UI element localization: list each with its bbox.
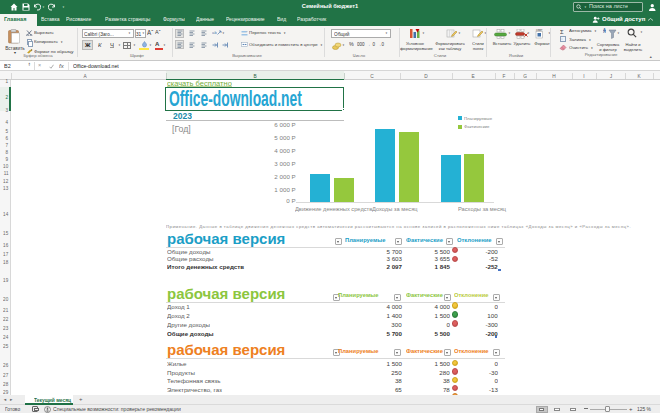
svg-text:свмт: свмт <box>536 28 543 32</box>
